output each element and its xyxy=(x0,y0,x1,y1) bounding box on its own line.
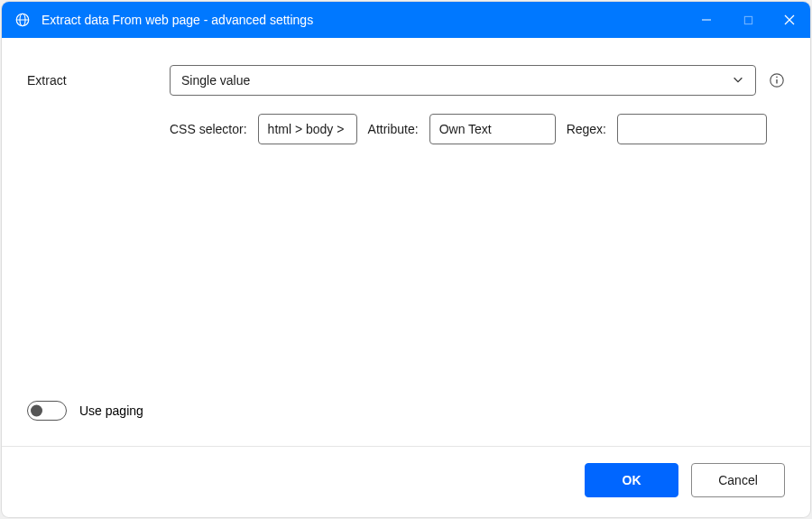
regex-input[interactable] xyxy=(617,114,767,144)
cancel-button[interactable]: Cancel xyxy=(691,463,785,497)
use-paging-toggle[interactable] xyxy=(27,401,67,421)
css-selector-input[interactable] xyxy=(258,114,357,144)
extract-row: Extract Single value xyxy=(27,65,785,96)
maximize-button xyxy=(727,2,769,38)
footer: OK Cancel xyxy=(2,446,810,517)
svg-rect-4 xyxy=(744,16,752,23)
content-area: Extract Single value CSS selector: Attri… xyxy=(2,38,810,446)
extract-dropdown-value: Single value xyxy=(181,73,250,88)
window-title: Extract data From web page - advanced se… xyxy=(42,13,686,27)
close-button[interactable] xyxy=(769,2,810,38)
chevron-down-icon xyxy=(732,73,744,88)
minimize-button[interactable] xyxy=(686,2,727,38)
extract-dropdown[interactable]: Single value xyxy=(170,65,756,96)
attribute-input[interactable] xyxy=(429,114,556,144)
toggle-knob xyxy=(31,405,42,417)
dialog-window: Extract data From web page - advanced se… xyxy=(2,2,810,517)
extract-label: Extract xyxy=(27,73,170,88)
window-controls xyxy=(686,2,810,38)
ok-button[interactable]: OK xyxy=(585,463,678,497)
titlebar: Extract data From web page - advanced se… xyxy=(2,2,810,38)
svg-point-9 xyxy=(776,77,778,79)
attribute-label: Attribute: xyxy=(368,122,419,136)
params-row: CSS selector: Attribute: Regex: xyxy=(170,114,785,144)
globe-icon xyxy=(13,10,32,30)
css-selector-label: CSS selector: xyxy=(170,122,247,136)
use-paging-label: Use paging xyxy=(79,403,143,418)
regex-label: Regex: xyxy=(567,122,606,136)
use-paging-row: Use paging xyxy=(27,401,785,421)
info-icon[interactable] xyxy=(769,72,785,88)
